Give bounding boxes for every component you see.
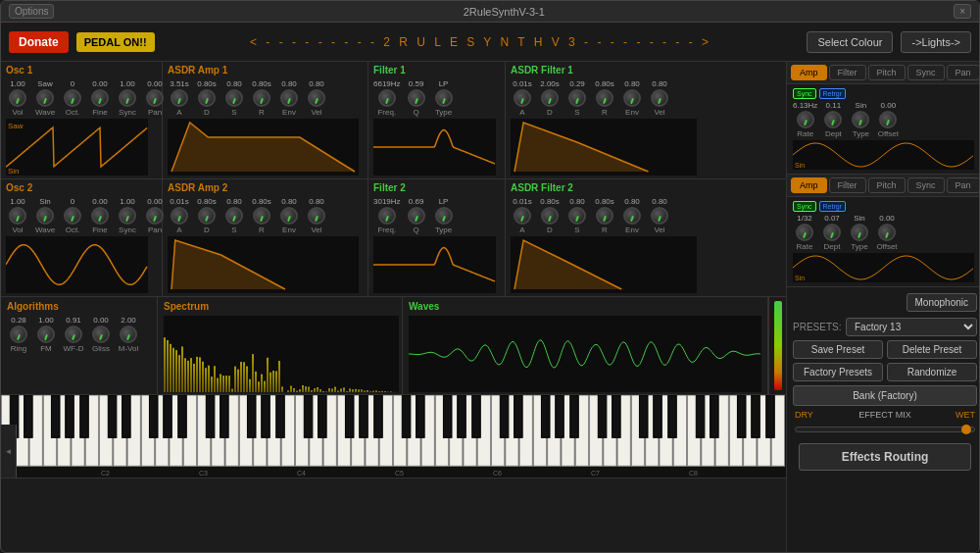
row-algo: Algorithms 0.28 Ring 1.00 FM <box>1 297 786 395</box>
lfo1-type-value: Sin <box>849 101 872 110</box>
adsr-amp2-r-knob[interactable] <box>253 207 270 225</box>
randomize-button[interactable]: Randomize <box>887 363 977 381</box>
filter2-q-knob[interactable] <box>408 207 425 225</box>
adsr-amp1-a-knob[interactable] <box>171 89 188 107</box>
save-preset-button[interactable]: Save Preset <box>793 340 883 359</box>
lfo1-tab-pitch[interactable]: Pitch <box>868 65 906 80</box>
lfo2-rate-knob[interactable] <box>796 224 813 241</box>
lfo1-sync-badge[interactable]: Sync <box>793 88 816 99</box>
adsr-filter2-d-knob[interactable] <box>541 207 559 225</box>
adsr-amp1-vel-knob[interactable] <box>308 89 325 107</box>
adsr-amp2-a-knob[interactable] <box>171 207 188 225</box>
adsr-filter2-vel-value: 0.80 <box>648 197 671 206</box>
adsr-amp2-s-knob[interactable] <box>225 207 243 225</box>
algo-mvol-knob[interactable] <box>120 326 137 343</box>
osc2-wave-knob[interactable] <box>36 207 54 225</box>
osc1-sync-knob[interactable] <box>119 89 136 107</box>
adsr-filter1-vel-knob[interactable] <box>651 89 668 107</box>
filter1-q-knob[interactable] <box>408 89 425 107</box>
algo-wfd-knob[interactable] <box>65 326 82 343</box>
bank-button[interactable]: Bank (Factory) <box>793 385 977 406</box>
osc2-fine-knob[interactable] <box>91 207 109 225</box>
lfo2-dept-knob[interactable] <box>823 224 841 241</box>
osc1-pan-label: Pan <box>148 108 162 117</box>
lfo1-tab-filter[interactable]: Filter <box>829 65 866 80</box>
adsr-filter1-d-knob[interactable] <box>541 89 559 107</box>
algo-ring-knob[interactable] <box>10 326 27 343</box>
osc1-vol-knob[interactable] <box>9 89 26 107</box>
adsr-filter1-r-knob[interactable] <box>596 89 613 107</box>
osc2-fine-label: Fine <box>92 226 108 234</box>
lfo1-tab-sync[interactable]: Sync <box>907 65 945 80</box>
lfo1-tab-pan[interactable]: Pan <box>947 65 979 80</box>
adsr-filter1-s-knob[interactable] <box>568 89 586 107</box>
lfo2-sync-badge[interactable]: Sync <box>793 201 816 212</box>
adsr-amp2-d-knob[interactable] <box>198 207 216 225</box>
monophonic-button[interactable]: Monophonic <box>906 293 977 312</box>
filter1-freq-knob[interactable] <box>378 89 396 107</box>
select-colour-button[interactable]: Select Colour <box>807 31 893 53</box>
delete-preset-button[interactable]: Delete Preset <box>887 340 977 359</box>
osc2-pan-knob[interactable] <box>146 207 164 225</box>
osc1-oct-knob[interactable] <box>64 89 81 107</box>
lfo2-tab-filter[interactable]: Filter <box>829 177 866 193</box>
pedal-button[interactable]: PEDAL ON!! <box>76 32 155 52</box>
osc1-wave-knob[interactable] <box>36 89 54 107</box>
adsr-amp2-env-knob[interactable] <box>280 207 298 225</box>
lfo1-rate-knob[interactable] <box>797 111 814 128</box>
lfo1-offset-knob[interactable] <box>879 111 897 128</box>
lfo2-tab-sync[interactable]: Sync <box>907 177 945 193</box>
adsr-amp1-r-knob[interactable] <box>253 89 270 107</box>
lfo2-tab-pan[interactable]: Pan <box>947 177 979 193</box>
close-button[interactable]: × <box>954 4 971 19</box>
algo-gliss-knob[interactable] <box>92 326 110 343</box>
lfo1-type-knob[interactable] <box>852 111 869 128</box>
osc2-oct-knob[interactable] <box>64 207 81 225</box>
mix-slider-knob[interactable] <box>961 425 971 434</box>
adsr-amp1-a: 3.51s A <box>168 79 191 117</box>
lfo1-retrgr-badge[interactable]: Retrgr <box>819 88 846 99</box>
filter2-type-knob[interactable] <box>435 207 453 225</box>
lfo1-tab-amp[interactable]: Amp <box>791 65 827 80</box>
lights-button[interactable]: ->Lights-> <box>901 31 971 53</box>
lfo1-dept-knob[interactable] <box>824 111 842 128</box>
filter1-waveform <box>373 119 496 176</box>
algorithms-title: Algorithms <box>7 301 151 312</box>
options-button[interactable]: Options <box>9 4 54 19</box>
factory-presets-button[interactable]: Factory Presets <box>793 363 883 381</box>
osc1-pan-knob[interactable] <box>146 89 164 107</box>
piano-scroll-left[interactable]: ◄ <box>1 425 17 478</box>
osc2-vol-knob[interactable] <box>9 207 26 225</box>
algo-fm-knob[interactable] <box>37 326 55 343</box>
lfo2-tab-amp[interactable]: Amp <box>791 177 827 193</box>
adsr-amp2-vel-knob[interactable] <box>308 207 325 225</box>
adsr-filter2-r-knob[interactable] <box>596 207 613 225</box>
lfo2-offset-knob[interactable] <box>878 224 896 241</box>
adsr-filter1-a-knob[interactable] <box>514 89 531 107</box>
adsr-amp1-d-knob[interactable] <box>198 89 216 107</box>
main-window: Options 2RuleSynthV-3-1 × Donate PEDAL O… <box>0 0 980 553</box>
lfo2-tab-pitch[interactable]: Pitch <box>868 177 906 193</box>
osc2-section: Osc 2 1.00 Vol Sin Wave <box>1 179 163 296</box>
adsr-amp1-s-knob[interactable] <box>225 89 243 107</box>
filter2-freq-knob[interactable] <box>378 207 396 225</box>
adsr-filter2-vel-knob[interactable] <box>651 207 668 225</box>
adsr-filter2-env-knob[interactable] <box>623 207 641 225</box>
presets-dropdown[interactable]: Factory 13 <box>846 318 977 336</box>
osc1-fine-label: Fine <box>92 108 108 117</box>
adsr-amp1-s-label: S <box>231 108 236 117</box>
piano-canvas[interactable] <box>1 395 785 478</box>
adsr-filter1-s-label: S <box>574 108 579 117</box>
filter1-type-knob[interactable] <box>435 89 453 107</box>
osc2-sync-knob[interactable] <box>119 207 136 225</box>
mix-slider[interactable] <box>795 424 975 435</box>
adsr-amp1-env-knob[interactable] <box>280 89 298 107</box>
adsr-filter1-env-knob[interactable] <box>623 89 641 107</box>
adsr-filter2-s-knob[interactable] <box>568 207 586 225</box>
adsr-filter2-a-knob[interactable] <box>514 207 531 225</box>
lfo2-retrgr-badge[interactable]: Retrgr <box>819 201 846 212</box>
donate-button[interactable]: Donate <box>9 31 69 53</box>
effects-routing-button[interactable]: Effects Routing <box>799 443 971 471</box>
lfo2-type-knob[interactable] <box>851 224 868 241</box>
osc1-fine-knob[interactable] <box>91 89 109 107</box>
